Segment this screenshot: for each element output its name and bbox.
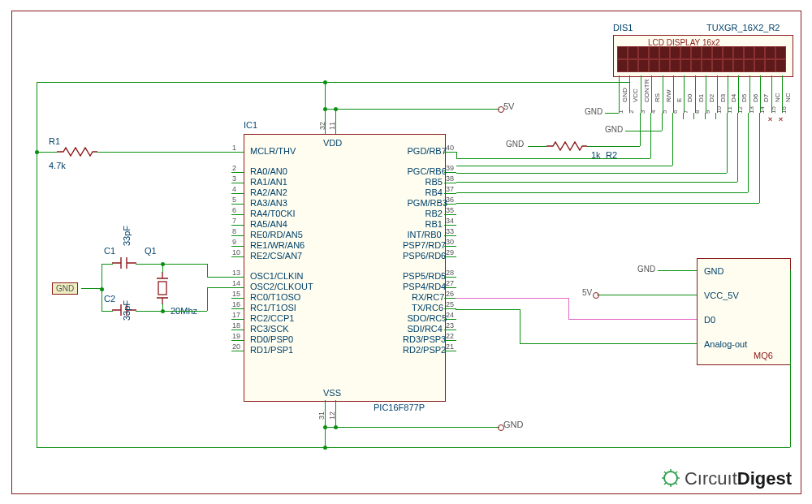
c2-val: 33pF: [122, 300, 132, 321]
wire: [790, 270, 791, 447]
svg-rect-0: [158, 282, 166, 295]
net-gnd: GND: [637, 265, 655, 274]
pin-num: 25: [446, 300, 454, 308]
junction: [334, 107, 338, 111]
pin-num: 14: [232, 279, 240, 287]
schematic-canvas: IC1 VDD VSS PIC16F877P 32 11 31 12 [187,…: [0, 0, 812, 504]
pin-stub: [444, 340, 456, 341]
pin-label: RA2/AN2: [250, 187, 287, 197]
pin-label: RD2/PSP2: [403, 345, 438, 355]
mq6-d0: D0: [704, 315, 715, 325]
pin-num: 33: [446, 227, 454, 235]
lcd-pin-label: D4: [730, 94, 737, 102]
wire: [662, 113, 663, 131]
wire-d0: [568, 319, 697, 320]
wire: [102, 311, 113, 312]
pin-stub: [231, 256, 244, 257]
pin-stub: [444, 330, 456, 330]
lcd-char-cell: [754, 46, 765, 59]
wire: [162, 264, 163, 273]
pin-num: 1: [232, 144, 236, 152]
pin-stub: [231, 246, 244, 247]
pin-label: RX/RC7: [412, 292, 438, 302]
q1-crystal: [156, 272, 169, 304]
pin-label: PSP6/RD6: [403, 251, 438, 261]
lcd-pin-stub: [706, 75, 706, 113]
lcd-char-cell: [712, 59, 723, 72]
pin-num: 37: [446, 185, 454, 193]
pin-label: RE0/RD/AN5: [250, 230, 303, 239]
pin-label: OSC1/CLKIN: [250, 271, 303, 281]
wire: [619, 82, 629, 83]
wire: [759, 113, 760, 203]
pin-label: RC2/CCP1: [250, 313, 294, 323]
wire: [456, 203, 759, 204]
lcd-char-cell: [638, 46, 649, 59]
mq6-aout: Analog-out: [704, 339, 747, 349]
pin-label: RB1: [425, 219, 439, 229]
pin-label: RA4/T0CKI: [250, 209, 296, 218]
pin-num: 22: [446, 332, 454, 340]
lcd-pin-stub: [684, 75, 685, 113]
wire: [37, 447, 790, 448]
pin-stub: [444, 298, 456, 299]
wire: [456, 309, 520, 310]
net-gnd: GND: [506, 140, 524, 149]
lcd-char-cell: [638, 59, 649, 72]
pin-stub: [231, 152, 244, 153]
wire: [136, 311, 207, 312]
pin-label: RE2/CS/AN7: [250, 251, 302, 261]
wire: [456, 152, 457, 158]
junction: [100, 287, 104, 291]
pin-label: RD1/PSP1: [250, 345, 293, 355]
wire: [650, 113, 651, 158]
pin-label: RE1/WR/AN6: [250, 240, 304, 250]
pin-num: 38: [446, 174, 454, 183]
pin-label: INT/RB0: [408, 230, 439, 239]
lcd-char-cell: [628, 59, 638, 72]
pin-stub: [444, 287, 456, 288]
r1-val: 4.7k: [49, 161, 66, 170]
lcd-pin-label: D2: [708, 94, 715, 102]
pin-num: 20: [232, 342, 240, 351]
lcd-pin-stub: [641, 75, 641, 113]
junction: [35, 150, 39, 154]
wire: [748, 113, 749, 192]
lcd-pin-label: D6: [752, 94, 759, 102]
wire: [37, 82, 37, 447]
lcd-char-cell: [680, 59, 691, 72]
lcd-pin-stub: [663, 75, 663, 113]
pin-num: 23: [446, 321, 454, 330]
pin-stub: [231, 204, 244, 205]
net-5v: 5V: [582, 288, 592, 297]
pin-stub: [444, 256, 456, 257]
pin-num: 11: [328, 122, 336, 130]
lcd-char-cell: [744, 46, 754, 59]
wire: [629, 82, 630, 113]
pin-num: 26: [446, 290, 454, 298]
pin-stub: [231, 183, 244, 183]
wire: [102, 264, 113, 265]
net-terminal: [593, 292, 599, 299]
pin-label: PSP5/RD5: [403, 271, 438, 281]
pin-stub: [444, 214, 456, 215]
wire: [207, 264, 208, 277]
wire: [693, 113, 694, 119]
pin-num: 28: [446, 269, 454, 277]
wire: [456, 158, 650, 159]
wire: [520, 309, 520, 343]
lcd-pin-label: GND: [621, 88, 628, 102]
pin-stub: [231, 214, 244, 215]
ic1-part: PIC16F877P: [374, 403, 425, 412]
pin-num: 17: [232, 311, 240, 319]
pin-label: PGD/RB7: [408, 146, 439, 156]
pin-stub: [231, 340, 244, 341]
wire: [37, 152, 57, 153]
wire: [97, 152, 231, 153]
pin-stub: [231, 235, 244, 236]
pin-label: RC0/T1OSO: [250, 292, 300, 302]
pin-num: 30: [446, 238, 454, 246]
wire: [207, 287, 208, 311]
lcd-char-cell: [733, 46, 744, 59]
pin-num: 4: [232, 185, 236, 193]
